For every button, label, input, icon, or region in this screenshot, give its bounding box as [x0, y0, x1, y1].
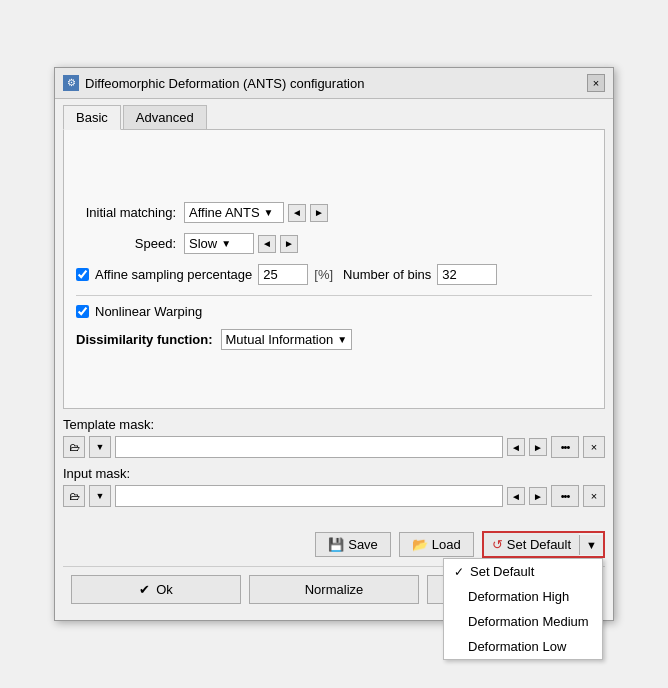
- tab-content: Initial matching: Affine ANTS ▼ ◄ ► Spee…: [63, 129, 605, 409]
- input-mask-dropdown-button[interactable]: ▼: [89, 485, 111, 507]
- speed-prev-button[interactable]: ◄: [258, 235, 276, 253]
- speed-row: Speed: Slow ▼ ◄ ►: [76, 233, 592, 254]
- speed-dropdown[interactable]: Slow ▼: [184, 233, 254, 254]
- template-mask-prev-button[interactable]: ◄: [507, 438, 525, 456]
- affine-sampling-input[interactable]: [258, 264, 308, 285]
- set-default-button[interactable]: ↺ Set Default: [484, 533, 579, 556]
- input-mask-label: Input mask:: [63, 466, 605, 481]
- input-mask-input[interactable]: [115, 485, 503, 507]
- save-button[interactable]: 💾 Save: [315, 532, 391, 557]
- tab-bar: Basic Advanced: [55, 99, 613, 129]
- close-button[interactable]: ×: [587, 74, 605, 92]
- title-bar: ⚙ Diffeomorphic Deformation (ANTS) confi…: [55, 68, 613, 99]
- template-mask-clear-button[interactable]: ×: [583, 436, 605, 458]
- input-mask-next-button[interactable]: ►: [529, 487, 547, 505]
- speed-label: Speed:: [76, 236, 176, 251]
- dropdown-item-deformation-high[interactable]: Deformation High: [444, 584, 602, 609]
- nonlinear-warping-label: Nonlinear Warping: [95, 304, 202, 319]
- normalize-button[interactable]: Normalize: [249, 575, 419, 604]
- initial-matching-prev-button[interactable]: ◄: [288, 204, 306, 222]
- mask-section: Template mask: 🗁 ▼ ◄ ► ••• × Input mask:…: [55, 409, 613, 523]
- dropdown-item-deformation-low[interactable]: Deformation Low: [444, 634, 602, 659]
- load-icon: 📂: [412, 537, 428, 552]
- load-button[interactable]: 📂 Load: [399, 532, 474, 557]
- number-of-bins-label: Number of bins: [343, 267, 431, 282]
- set-default-icon: ↺: [492, 537, 503, 552]
- set-default-group: ↺ Set Default ▼ Set Default Deformation …: [482, 531, 605, 558]
- initial-matching-next-button[interactable]: ►: [310, 204, 328, 222]
- initial-matching-dropdown[interactable]: Affine ANTS ▼: [184, 202, 284, 223]
- input-mask-prev-button[interactable]: ◄: [507, 487, 525, 505]
- title-bar-left: ⚙ Diffeomorphic Deformation (ANTS) confi…: [63, 75, 364, 91]
- set-default-dropdown-menu: Set Default Deformation High Deformation…: [443, 558, 603, 660]
- input-mask-clear-button[interactable]: ×: [583, 485, 605, 507]
- dissimilarity-dropdown-arrow-icon: ▼: [337, 334, 347, 345]
- section-divider-1: [76, 295, 592, 296]
- main-dialog: ⚙ Diffeomorphic Deformation (ANTS) confi…: [54, 67, 614, 621]
- tab-advanced[interactable]: Advanced: [123, 105, 207, 129]
- dropdown-item-set-default[interactable]: Set Default: [444, 559, 602, 584]
- template-mask-next-button[interactable]: ►: [529, 438, 547, 456]
- template-mask-label: Template mask:: [63, 417, 605, 432]
- speed-next-button[interactable]: ►: [280, 235, 298, 253]
- affine-unit-label: [%]: [314, 267, 333, 282]
- tab-basic[interactable]: Basic: [63, 105, 121, 130]
- speed-dropdown-arrow-icon: ▼: [221, 238, 231, 249]
- template-mask-input[interactable]: [115, 436, 503, 458]
- affine-sampling-row: Affine sampling percentage [%] Number of…: [76, 264, 592, 285]
- input-mask-row: 🗁 ▼ ◄ ► ••• ×: [63, 485, 605, 507]
- dropdown-arrow-icon: ▼: [264, 207, 274, 218]
- number-of-bins-input[interactable]: [437, 264, 497, 285]
- dialog-title: Diffeomorphic Deformation (ANTS) configu…: [85, 76, 364, 91]
- affine-sampling-label: Affine sampling percentage: [95, 267, 252, 282]
- ok-icon: ✔: [139, 582, 150, 597]
- dissimilarity-label: Dissimilarity function:: [76, 332, 213, 347]
- save-icon: 💾: [328, 537, 344, 552]
- top-spacer: [76, 142, 592, 202]
- set-default-dropdown-button[interactable]: ▼: [579, 535, 603, 555]
- dialog-icon: ⚙: [63, 75, 79, 91]
- ok-button[interactable]: ✔ Ok: [71, 575, 241, 604]
- nonlinear-warping-checkbox[interactable]: [76, 305, 89, 318]
- template-mask-more-button[interactable]: •••: [551, 436, 579, 458]
- template-mask-dropdown-button[interactable]: ▼: [89, 436, 111, 458]
- nonlinear-warping-row: Nonlinear Warping: [76, 304, 592, 319]
- affine-sampling-checkbox[interactable]: [76, 268, 89, 281]
- input-mask-more-button[interactable]: •••: [551, 485, 579, 507]
- initial-matching-group: Affine ANTS ▼ ◄ ►: [184, 202, 328, 223]
- dissimilarity-row: Dissimilarity function: Mutual Informati…: [76, 329, 592, 350]
- dropdown-item-deformation-medium[interactable]: Deformation Medium: [444, 609, 602, 634]
- initial-matching-row: Initial matching: Affine ANTS ▼ ◄ ►: [76, 202, 592, 223]
- dissimilarity-dropdown[interactable]: Mutual Information ▼: [221, 329, 353, 350]
- initial-matching-label: Initial matching:: [76, 205, 176, 220]
- speed-group: Slow ▼ ◄ ►: [184, 233, 298, 254]
- bottom-toolbar: 💾 Save 📂 Load ↺ Set Default ▼ Set Defaul…: [55, 523, 613, 566]
- template-mask-folder-button[interactable]: 🗁: [63, 436, 85, 458]
- template-mask-row: 🗁 ▼ ◄ ► ••• ×: [63, 436, 605, 458]
- input-mask-folder-button[interactable]: 🗁: [63, 485, 85, 507]
